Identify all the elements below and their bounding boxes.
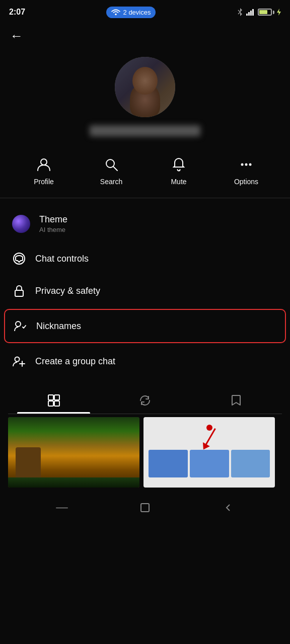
avatar [115,57,175,117]
chat-icon [12,252,26,266]
media-row [0,417,290,488]
svg-point-5 [41,159,47,165]
status-time: 2:07 [9,8,25,17]
bluetooth-icon [237,8,244,17]
svg-rect-3 [250,11,252,16]
profile-action-btn[interactable]: Profile [24,155,64,186]
mute-action-btn[interactable]: Mute [159,155,199,186]
svg-point-13 [16,321,21,327]
search-action-label: Search [100,178,122,186]
create-group-title: Create a group chat [35,356,115,367]
svg-point-8 [241,164,244,166]
nicknames-title: Nicknames [36,321,81,332]
svg-rect-12 [15,290,23,296]
signal-icon [246,9,255,16]
menu-item-theme[interactable]: Theme AI theme [4,205,286,243]
menu-section: Theme AI theme Chat controls Privacy & s… [0,205,290,377]
divider-1 [0,198,290,198]
search-action-btn[interactable]: Search [91,155,131,186]
tab-media[interactable] [8,387,99,414]
profile-section [0,47,290,141]
media-thumb-screenshot[interactable] [143,417,275,488]
person-icon [35,155,53,174]
svg-rect-4 [252,9,254,16]
more-icon [237,155,255,174]
svg-rect-18 [54,395,59,400]
photos-icon [47,393,61,408]
battery-icon [258,9,274,16]
bottom-tabs [8,387,282,414]
refresh-icon [138,393,152,408]
avatar-image [115,57,175,117]
profile-action-label: Profile [34,178,54,186]
action-row: Profile Search Mute Opt [0,141,290,191]
svg-rect-21 [56,507,68,508]
search-icon [102,155,120,174]
theme-text: Theme AI theme [39,214,67,233]
nicknames-icon [13,319,27,333]
recents-nav-btn[interactable] [138,501,152,515]
svg-point-0 [115,14,117,16]
home-nav-btn[interactable] [55,501,69,515]
svg-line-7 [113,167,117,171]
chat-controls-title: Chat controls [35,254,89,264]
status-right [237,8,281,17]
autumn-image [8,417,139,488]
bell-icon [170,155,188,174]
header-back[interactable]: ← [0,22,290,47]
wifi-devices-badge: 2 devices [106,7,156,18]
svg-rect-1 [246,14,248,16]
svg-rect-19 [48,401,53,406]
menu-item-nicknames[interactable]: Nicknames [4,309,286,343]
back-arrow-icon[interactable]: ← [10,28,23,43]
status-center: 2 devices [106,7,156,18]
status-bar: 2:07 2 devices [0,0,290,22]
media-thumb-autumn[interactable] [8,417,139,488]
theme-title: Theme [39,214,67,225]
red-arrow-overlay [204,428,216,446]
svg-rect-17 [48,395,53,400]
profile-name [90,125,200,136]
svg-point-10 [249,164,252,166]
back-nav-btn[interactable] [221,501,235,515]
charging-icon [277,9,281,16]
system-nav [0,493,290,523]
lock-icon [12,284,26,298]
wifi-icon [111,9,120,16]
svg-rect-20 [54,401,59,406]
devices-count: 2 devices [123,9,151,16]
bookmark-icon [229,393,243,408]
options-action-btn[interactable]: Options [226,155,266,186]
svg-rect-2 [248,12,250,16]
menu-item-create-group[interactable]: Create a group chat [4,345,286,377]
mute-action-label: Mute [171,178,186,186]
privacy-title: Privacy & safety [35,286,100,296]
svg-point-14 [15,357,20,362]
svg-point-9 [245,164,248,166]
tab-saved[interactable] [191,387,282,414]
menu-item-chat-controls[interactable]: Chat controls [4,243,286,275]
tab-links[interactable] [99,387,190,414]
options-action-label: Options [234,178,258,186]
menu-item-privacy[interactable]: Privacy & safety [4,275,286,307]
theme-subtitle: AI theme [39,226,67,233]
screenshot-image [143,417,275,488]
svg-rect-22 [141,504,149,512]
theme-orb-icon [12,215,30,233]
add-group-icon [12,354,26,368]
